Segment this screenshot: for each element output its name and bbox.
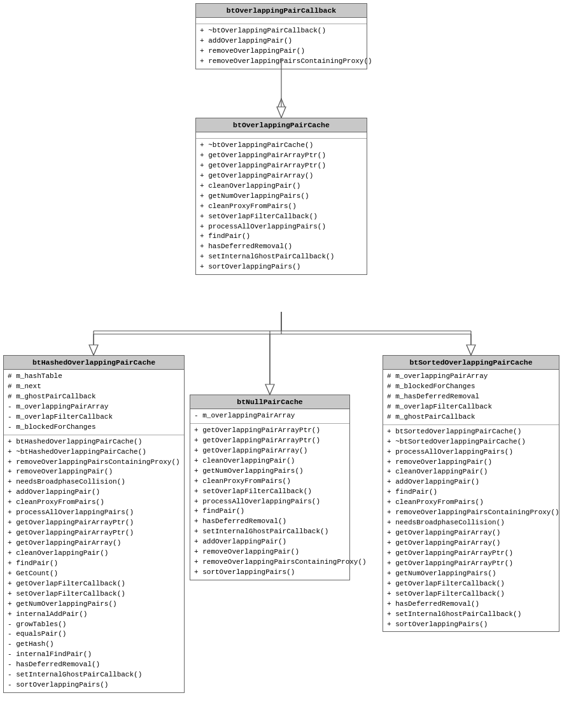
section-methods-btOverlappingPairCallback: + ~btOverlappingPairCallback() + addOver… (196, 24, 367, 69)
section-methods-btSortedOverlappingPairCache: + btSortedOverlappingPairCache() + ~btSo… (383, 425, 559, 632)
title-btSortedOverlappingPairCache: btSortedOverlappingPairCache (383, 356, 559, 370)
title-btHashedOverlappingPairCache: btHashedOverlappingPairCache (4, 356, 184, 370)
box-btHashedOverlappingPairCache: btHashedOverlappingPairCache # m_hashTab… (3, 355, 185, 693)
svg-marker-15 (277, 107, 286, 118)
svg-marker-24 (467, 345, 475, 355)
section-methods-btHashedOverlappingPairCache: + btHashedOverlappingPairCache() + ~btHa… (4, 435, 184, 692)
svg-marker-8 (266, 385, 274, 395)
section-fields-btSortedOverlappingPairCache: # m_overlappingPairArray # m_blockedForC… (383, 370, 559, 425)
section-fields-btOverlappingPairCache (196, 132, 367, 139)
section-methods-btNullPairCache: + getOverlappingPairArrayPtr() + getOver… (190, 424, 349, 580)
svg-marker-5 (90, 346, 97, 355)
section-fields-btOverlappingPairCallback (196, 18, 367, 24)
section-fields-btNullPairCache: - m_overlappingPairArray (190, 409, 349, 424)
box-btOverlappingPairCache: btOverlappingPairCache + ~btOverlappingP… (195, 118, 367, 275)
section-methods-btOverlappingPairCache: + ~btOverlappingPairCache() + getOverlap… (196, 139, 367, 274)
svg-marker-19 (89, 345, 98, 355)
box-btOverlappingPairCallback: btOverlappingPairCallback + ~btOverlappi… (195, 3, 367, 69)
svg-marker-11 (467, 346, 475, 355)
svg-marker-21 (265, 384, 274, 395)
title-btOverlappingPairCache: btOverlappingPairCache (196, 118, 367, 132)
section-fields-btHashedOverlappingPairCache: # m_hashTable # m_next # m_ghostPairCall… (4, 370, 184, 435)
box-btSortedOverlappingPairCache: btSortedOverlappingPairCache # m_overlap… (383, 355, 559, 632)
box-btNullPairCache: btNullPairCache - m_overlappingPairArray… (190, 395, 350, 580)
svg-marker-1 (277, 99, 285, 108)
title-btNullPairCache: btNullPairCache (190, 395, 349, 409)
diagram-container: btOverlappingPairCallback + ~btOverlappi… (0, 0, 562, 728)
title-btOverlappingPairCallback: btOverlappingPairCallback (196, 4, 367, 18)
